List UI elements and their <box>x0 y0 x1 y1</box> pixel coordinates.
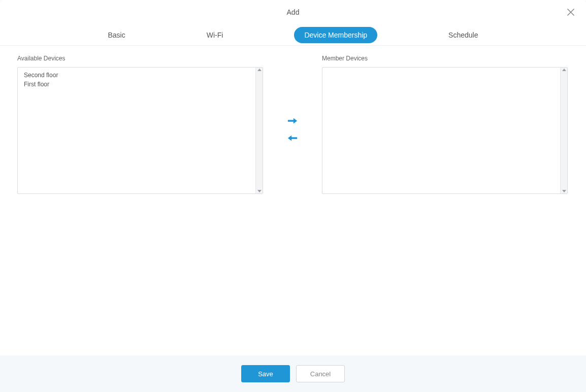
member-devices-list-inner <box>322 68 560 193</box>
arrow-right-icon <box>287 116 298 127</box>
tab-device-membership[interactable]: Device Membership <box>294 27 377 43</box>
transfer-row: Available Devices Second floor First flo… <box>17 55 569 194</box>
scroll-up-icon <box>562 69 566 71</box>
arrow-left-icon <box>287 134 298 145</box>
scroll-up-icon <box>257 69 262 71</box>
scroll-down-icon <box>562 190 566 192</box>
dialog-title: Add <box>287 8 300 16</box>
member-devices-listbox[interactable] <box>322 67 568 194</box>
tab-schedule[interactable]: Schedule <box>438 27 488 43</box>
move-right-button[interactable] <box>286 117 299 127</box>
scroll-down-icon <box>257 190 262 192</box>
tab-bar: Basic Wi-Fi Device Membership Schedule <box>0 24 586 46</box>
member-scrollbar[interactable] <box>560 68 567 193</box>
list-item[interactable]: First floor <box>18 80 255 89</box>
add-dialog: Add Basic Wi-Fi Device Membership Schedu… <box>0 0 586 392</box>
available-devices-panel: Available Devices Second floor First flo… <box>17 55 263 194</box>
tab-content: Available Devices Second floor First flo… <box>0 46 586 355</box>
available-devices-label: Available Devices <box>17 55 263 62</box>
member-devices-panel: Member Devices <box>322 55 568 194</box>
dialog-footer: Save Cancel <box>0 355 586 392</box>
member-devices-label: Member Devices <box>322 55 568 62</box>
close-button[interactable] <box>565 7 577 19</box>
close-icon <box>566 8 575 19</box>
available-devices-listbox[interactable]: Second floor First floor <box>17 67 263 194</box>
save-button[interactable]: Save <box>241 365 290 382</box>
tab-basic[interactable]: Basic <box>98 27 136 43</box>
available-scrollbar[interactable] <box>255 68 263 193</box>
cancel-button[interactable]: Cancel <box>296 365 345 382</box>
list-item[interactable]: Second floor <box>18 71 255 80</box>
tab-wifi[interactable]: Wi-Fi <box>197 27 234 43</box>
available-devices-list-inner: Second floor First floor <box>18 68 255 193</box>
transfer-controls <box>263 67 322 194</box>
dialog-titlebar: Add <box>0 0 586 24</box>
move-left-button[interactable] <box>286 134 299 144</box>
